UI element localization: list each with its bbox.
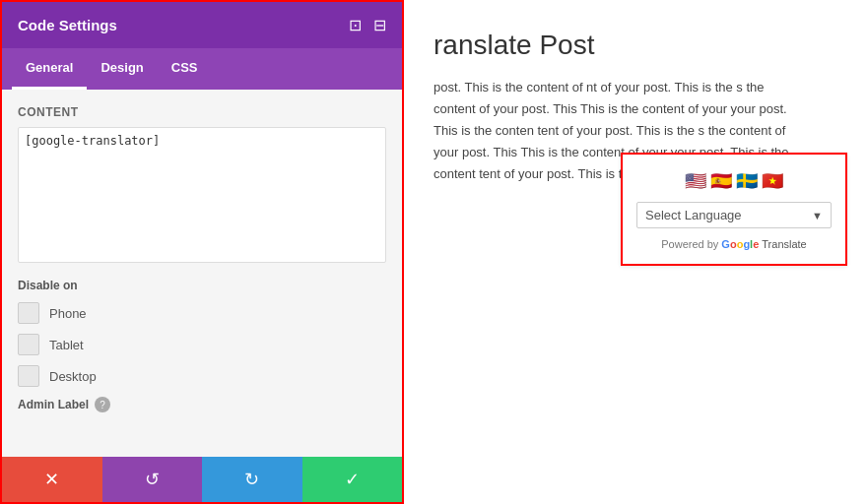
checkbox-tablet[interactable] (18, 334, 39, 355)
translate-text: Translate (762, 238, 806, 250)
panel-body: Content Disable on Phone Tablet Desktop … (2, 90, 402, 457)
admin-label-text: Admin Label (18, 398, 89, 411)
code-settings-panel: Code Settings ⊡ ⊟ General Design CSS Con… (0, 0, 404, 504)
main-content-area: ranslate Post post. This is the content … (404, 0, 867, 504)
flag-vn: 🇻🇳 (762, 170, 783, 192)
chevron-down-icon: ▼ (812, 210, 823, 221)
content-section-label: Content (18, 105, 386, 119)
translator-widget: 🇺🇸 🇪🇸 🇸🇪 🇻🇳 Select Language ▼ Powered by… (621, 153, 847, 266)
admin-label-row: Admin Label ? (18, 397, 386, 412)
undo-button[interactable]: ↺ (102, 457, 203, 502)
disable-on-title: Disable on (18, 279, 386, 292)
content-textarea-wrapper (18, 127, 386, 263)
cancel-button[interactable]: ✕ (2, 457, 102, 502)
panel-title: Code Settings (18, 17, 117, 33)
content-textarea[interactable] (25, 134, 379, 252)
google-logo: Google (721, 238, 759, 250)
powered-by-text: Powered by (661, 238, 718, 250)
select-language-dropdown[interactable]: Select Language ▼ (636, 202, 832, 228)
help-icon[interactable]: ? (95, 397, 110, 412)
flag-row: 🇺🇸 🇪🇸 🇸🇪 🇻🇳 (685, 170, 783, 192)
flag-us: 🇺🇸 (685, 170, 706, 192)
post-title: ranslate Post (434, 30, 837, 61)
disable-on-section: Disable on Phone Tablet Desktop (18, 279, 386, 387)
save-button[interactable]: ✓ (302, 457, 403, 502)
tab-design[interactable]: Design (87, 48, 157, 90)
powered-by-row: Powered by Google Translate (661, 238, 807, 250)
tab-general[interactable]: General (12, 48, 87, 90)
flag-es: 🇪🇸 (710, 170, 732, 192)
panel-header-icons: ⊡ ⊟ (349, 16, 386, 34)
checkbox-desktop[interactable] (18, 365, 39, 387)
checkbox-tablet-row: Tablet (18, 334, 386, 355)
tab-css[interactable]: CSS (158, 48, 212, 90)
redo-button[interactable]: ↻ (202, 457, 302, 502)
shrink-icon[interactable]: ⊡ (349, 16, 362, 34)
bottom-toolbar: ✕ ↺ ↻ ✓ (2, 457, 402, 502)
checkbox-tablet-label: Tablet (49, 338, 84, 352)
flag-se: 🇸🇪 (736, 170, 758, 192)
select-language-label: Select Language (645, 208, 742, 222)
checkbox-phone-label: Phone (49, 306, 87, 321)
panel-header: Code Settings ⊡ ⊟ (2, 2, 402, 48)
checkbox-desktop-label: Desktop (49, 369, 97, 384)
checkbox-phone-row: Phone (18, 302, 386, 324)
panel-tabs: General Design CSS (2, 48, 402, 90)
expand-icon[interactable]: ⊟ (373, 16, 386, 34)
checkbox-phone[interactable] (18, 302, 39, 324)
checkbox-desktop-row: Desktop (18, 365, 386, 387)
